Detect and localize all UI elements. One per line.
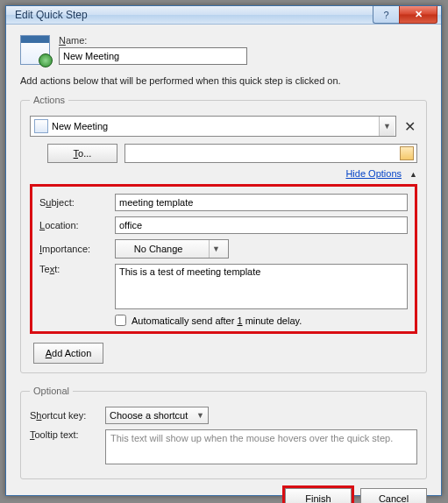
location-label: Location: bbox=[39, 220, 108, 230]
auto-send-label: Automatically send after 1 minute delay. bbox=[132, 315, 302, 326]
location-input[interactable] bbox=[115, 216, 408, 234]
tooltip-label: Tooltip text: bbox=[30, 429, 98, 440]
auto-send-checkbox[interactable] bbox=[115, 315, 126, 326]
window-title: Edit Quick Step bbox=[15, 9, 373, 21]
finish-button[interactable]: Finish bbox=[285, 488, 352, 503]
address-book-icon[interactable] bbox=[400, 146, 414, 160]
dialog-window: Edit Quick Step ? ✕ Name: Add actions be… bbox=[5, 5, 442, 496]
cancel-button[interactable]: Cancel bbox=[360, 488, 427, 503]
window-controls: ? ✕ bbox=[373, 6, 437, 24]
chevron-down-icon: ▼ bbox=[379, 117, 395, 136]
actions-legend: Actions bbox=[30, 95, 68, 105]
name-input[interactable] bbox=[59, 47, 247, 65]
hide-options-link[interactable]: Hide Options bbox=[345, 168, 402, 179]
action-type-select[interactable]: New Meeting ▼ bbox=[30, 116, 396, 137]
optional-group: Optional Shortcut key: Choose a shortcut… bbox=[20, 386, 427, 479]
to-button[interactable]: To... bbox=[47, 144, 117, 163]
name-label: Name: bbox=[59, 35, 87, 46]
chevron-down-icon: ▼ bbox=[196, 411, 204, 420]
tooltip-textarea[interactable]: This text will show up when the mouse ho… bbox=[105, 429, 417, 464]
calendar-icon bbox=[20, 35, 50, 65]
to-field[interactable] bbox=[124, 144, 417, 163]
options-panel: Subject: Location: Importance: No Change… bbox=[30, 184, 417, 334]
subject-input[interactable] bbox=[115, 194, 408, 211]
shortcut-value: Choose a shortcut bbox=[110, 410, 188, 421]
actions-group: Actions New Meeting ▼ ✕ To... Hide Optio… bbox=[20, 95, 427, 373]
titlebar: Edit Quick Step ? ✕ bbox=[6, 6, 441, 25]
add-action-button[interactable]: Add Action bbox=[33, 343, 103, 364]
importance-select[interactable]: No Change ▼ bbox=[115, 239, 229, 259]
close-button[interactable]: ✕ bbox=[399, 6, 437, 24]
shortcut-label: Shortcut key: bbox=[30, 410, 98, 421]
instructions: Add actions below that will be performed… bbox=[20, 75, 427, 86]
text-label: Text: bbox=[39, 264, 108, 274]
text-textarea[interactable]: This is a test of meeting template bbox=[115, 264, 408, 309]
optional-legend: Optional bbox=[30, 386, 73, 396]
importance-value: No Change bbox=[134, 244, 183, 254]
dialog-buttons: Finish Cancel bbox=[20, 488, 427, 503]
help-button[interactable]: ? bbox=[373, 6, 399, 24]
subject-label: Subject: bbox=[39, 197, 108, 208]
collapse-icon: ▲ bbox=[409, 170, 417, 179]
shortcut-select[interactable]: Choose a shortcut ▼ bbox=[105, 407, 209, 424]
delete-action-button[interactable]: ✕ bbox=[402, 118, 417, 135]
importance-label: Importance: bbox=[39, 244, 108, 254]
action-type-label: New Meeting bbox=[52, 121, 108, 131]
dialog-body: Name: Add actions below that will be per… bbox=[6, 25, 441, 503]
meeting-icon bbox=[34, 119, 48, 133]
chevron-down-icon: ▼ bbox=[209, 240, 223, 258]
